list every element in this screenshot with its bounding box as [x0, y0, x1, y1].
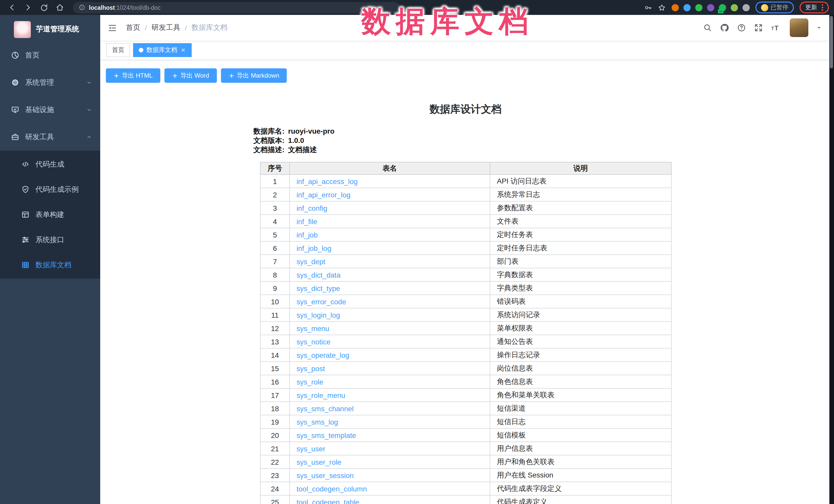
ext-colorful-grid-icon[interactable]	[707, 4, 714, 11]
table-name-link[interactable]: sys_user_session	[297, 471, 354, 479]
site-info-icon[interactable]	[79, 4, 85, 11]
sidebar-submenu-item[interactable]: 表单构建	[0, 202, 100, 227]
ext-green-check-icon[interactable]	[695, 4, 702, 11]
table-name-link[interactable]: inf_file	[297, 217, 317, 225]
table-name-link[interactable]: sys_dict_type	[297, 284, 340, 292]
table-name-link[interactable]: inf_job_log	[297, 244, 331, 252]
table-name-link[interactable]: sys_role_menu	[297, 391, 345, 399]
table-description: 短信日志	[490, 415, 671, 429]
table-name-link[interactable]: sys_sms_channel	[297, 404, 354, 413]
tag[interactable]: 首页	[106, 43, 130, 57]
forward-icon[interactable]	[24, 3, 32, 12]
chrome-update-button[interactable]: 更新	[799, 2, 829, 13]
close-icon[interactable]	[180, 47, 186, 53]
search-icon[interactable]	[703, 23, 712, 32]
svg-text:T: T	[774, 24, 778, 31]
ext-green-leaf-icon[interactable]	[730, 4, 738, 11]
table-row: 17 sys_role_menu 角色和菜单关联表	[260, 388, 671, 402]
browser-scrollbar[interactable]	[829, 15, 834, 504]
breadcrumb-item[interactable]: 首页	[126, 23, 140, 32]
sidebar-collapse-icon[interactable]	[107, 23, 117, 32]
meta-label: 数据库名:	[253, 127, 284, 135]
tag-dot-icon	[139, 48, 144, 52]
table-description: 短信渠道	[490, 402, 671, 415]
plus-icon	[229, 73, 234, 79]
sidebar-submenu-item[interactable]: 代码生成示例	[0, 177, 100, 202]
row-number: 18	[260, 402, 289, 415]
export-button[interactable]: 导出 Markdown	[221, 68, 287, 83]
caret-down-icon[interactable]	[816, 25, 822, 31]
table-row: 7 sys_dept 部门表	[260, 255, 671, 268]
table-name-link[interactable]: sys_operate_log	[297, 351, 349, 359]
table-row: 5 inf_job 定时任务表	[260, 228, 671, 241]
table-body: 1 inf_api_access_log API 访问日志表 2 inf_api…	[260, 175, 671, 504]
table-row: 13 sys_notice 通知公告表	[260, 335, 671, 348]
url-path: :1024/tool/db-doc	[115, 4, 160, 10]
scrollbar-thumb[interactable]	[830, 16, 833, 68]
form-icon	[21, 210, 30, 219]
app-title: 芋道管理系统	[36, 25, 79, 34]
tag[interactable]: 数据库文档	[133, 43, 192, 57]
app-logo-row[interactable]: 芋道管理系统	[0, 19, 100, 40]
reload-icon[interactable]	[40, 3, 48, 12]
sidebar-menu-item[interactable]: 首页	[0, 42, 100, 69]
export-button[interactable]: 导出 Word	[164, 68, 217, 83]
browser-menu-kebab-icon[interactable]	[822, 4, 823, 11]
table-description: 系统访问记录	[490, 308, 671, 322]
sidebar-menu-item[interactable]: 基础设施	[0, 96, 100, 123]
bookmark-star-icon[interactable]	[658, 3, 666, 12]
back-icon[interactable]	[8, 3, 17, 12]
table-name-link[interactable]: sys_user_role	[297, 458, 341, 466]
home-icon[interactable]	[56, 3, 64, 12]
table-name-link[interactable]: sys_dept	[297, 257, 325, 265]
menu-item-label: 基础设施	[25, 105, 54, 114]
table-name-link[interactable]: sys_menu	[297, 324, 329, 332]
sidebar-submenu-item[interactable]: 数据库文档	[0, 253, 100, 278]
breadcrumb-separator: /	[145, 24, 147, 32]
table-name-link[interactable]: sys_sms_log	[297, 418, 338, 426]
update-label: 更新	[805, 4, 817, 11]
table-description: 岗位信息表	[490, 361, 671, 375]
table-name-link[interactable]: sys_notice	[297, 337, 330, 346]
table-name-link[interactable]: inf_api_access_log	[297, 177, 358, 185]
table-name-link[interactable]: sys_post	[297, 364, 325, 372]
profile-paused-chip[interactable]: 已暂停	[755, 2, 794, 13]
key-icon[interactable]	[644, 3, 652, 12]
sidebar-submenu-item[interactable]: 系统接口	[0, 227, 100, 253]
table-name-link[interactable]: sys_sms_template	[297, 431, 356, 439]
row-number: 4	[260, 215, 289, 228]
ext-orange-icon[interactable]	[671, 4, 679, 11]
ext-spotify-icon[interactable]: on	[719, 4, 726, 11]
address-bar[interactable]: localhost:1024/tool/db-doc	[73, 2, 400, 13]
sidebar-menu-item[interactable]: 系统管理	[0, 69, 100, 96]
table-name-link[interactable]: sys_dict_data	[297, 271, 341, 279]
user-avatar[interactable]	[790, 19, 808, 37]
github-icon[interactable]	[720, 23, 729, 32]
table-name-link[interactable]: tool_codegen_column	[297, 484, 367, 493]
table-name-link[interactable]: inf_config	[297, 204, 327, 212]
submenu-item-label: 代码生成示例	[36, 185, 79, 194]
row-number: 3	[260, 201, 289, 215]
emoji-avatar-icon	[761, 4, 768, 11]
table-name-link[interactable]: sys_user	[297, 444, 325, 453]
submenu-item-label: 代码生成	[36, 160, 64, 169]
browser-actions: on 已暂停 更新	[644, 2, 829, 13]
table-name-link[interactable]: sys_role	[297, 377, 323, 386]
table-name-link[interactable]: inf_api_error_log	[297, 191, 350, 199]
sidebar-menu-item[interactable]: 研发工具	[0, 123, 100, 151]
fullscreen-icon[interactable]	[754, 23, 763, 32]
breadcrumb-item[interactable]: 研发工具	[152, 23, 180, 32]
table-name-link[interactable]: sys_error_code	[297, 298, 346, 306]
table-name-link[interactable]: sys_login_log	[297, 311, 340, 319]
table-grid-icon	[21, 261, 30, 269]
font-size-icon[interactable]: TT	[771, 23, 780, 32]
ext-blue-drop-icon[interactable]	[683, 4, 690, 11]
table-description: API 访问日志表	[490, 175, 671, 188]
export-toolbar: 导出 HTML 导出 Word 导出 Markdown	[106, 68, 829, 83]
table-name-link[interactable]: inf_job	[297, 231, 318, 239]
sidebar-submenu-item[interactable]: 代码生成	[0, 152, 100, 177]
ext-puzzle-icon[interactable]	[742, 4, 749, 11]
help-icon[interactable]	[737, 23, 746, 32]
export-button[interactable]: 导出 HTML	[106, 68, 160, 83]
table-name-link[interactable]: tool_codegen_table	[297, 498, 359, 504]
